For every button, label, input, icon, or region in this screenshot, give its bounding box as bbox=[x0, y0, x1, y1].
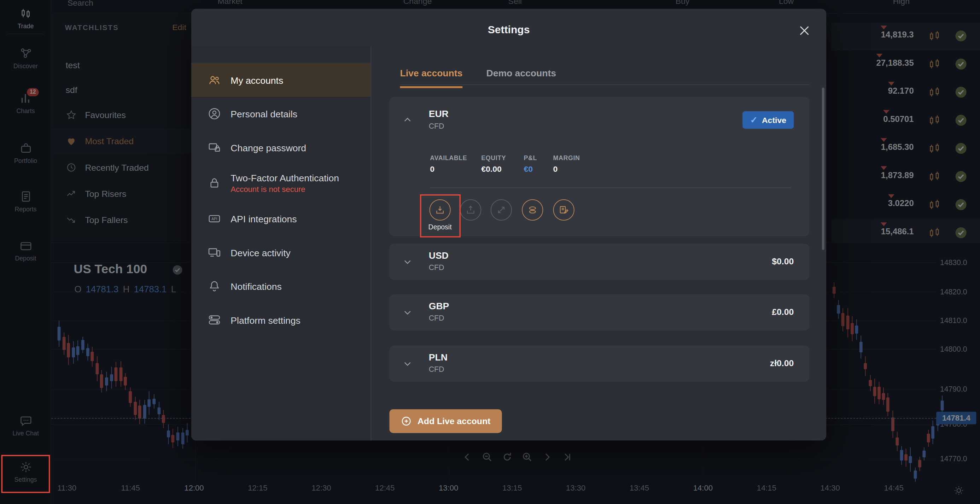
account-currency: PLN bbox=[429, 352, 447, 362]
menu-item-label: API integrations bbox=[231, 213, 297, 224]
expand-chevron-icon[interactable] bbox=[402, 256, 413, 267]
modal-title: Settings bbox=[191, 24, 826, 36]
menu-item-api-integrations[interactable]: API API integrations bbox=[191, 202, 371, 235]
devices-icon bbox=[207, 246, 221, 259]
statement-edit-icon bbox=[558, 204, 570, 216]
menu-item-label: Change password bbox=[231, 142, 306, 153]
active-status-badge[interactable]: ✓ Active bbox=[743, 111, 794, 129]
svg-text:API: API bbox=[212, 217, 217, 221]
switch-account-button[interactable] bbox=[522, 199, 543, 221]
deposit-button[interactable] bbox=[430, 199, 451, 221]
menu-item-warning: Account is not secure bbox=[231, 185, 339, 194]
expand-chevron-icon[interactable] bbox=[402, 307, 413, 318]
account-type: CFD bbox=[429, 365, 444, 374]
account-tabs: Live accounts Demo accounts bbox=[400, 67, 556, 88]
stat-pnl: P&L €0 bbox=[524, 154, 537, 174]
account-currency: EUR bbox=[429, 108, 449, 119]
account-balance: zł0.00 bbox=[770, 358, 794, 368]
expand-chevron-icon[interactable] bbox=[402, 358, 413, 369]
add-live-account-button[interactable]: Add Live account bbox=[389, 409, 502, 433]
api-icon: API bbox=[207, 212, 221, 226]
stat-margin: MARGIN 0 bbox=[553, 154, 580, 174]
account-card-gbp[interactable]: GBP CFD £0.00 bbox=[389, 294, 809, 331]
account-currency: USD bbox=[429, 250, 449, 261]
account-type: CFD bbox=[429, 263, 444, 272]
modal-menu-separator bbox=[371, 46, 371, 441]
menu-item-label: Personal details bbox=[231, 108, 298, 119]
tabs-divider bbox=[400, 84, 809, 85]
menu-item-label: Notifications bbox=[231, 281, 282, 292]
check-icon: ✓ bbox=[750, 115, 757, 125]
menu-item-my-accounts[interactable]: My accounts bbox=[191, 63, 371, 97]
plus-circle-icon bbox=[401, 416, 412, 427]
menu-item-label: Two-Factor Authentication bbox=[231, 172, 339, 183]
account-card-pln[interactable]: PLN CFD zł0.00 bbox=[389, 346, 809, 382]
account-currency: GBP bbox=[429, 300, 449, 311]
toggles-icon bbox=[207, 313, 221, 327]
person-circle-icon bbox=[207, 107, 221, 121]
account-type: CFD bbox=[429, 122, 444, 131]
withdraw-button[interactable] bbox=[460, 199, 481, 221]
app: Search Market Change Sell Buy Low High T… bbox=[0, 0, 980, 504]
withdraw-icon bbox=[465, 204, 476, 216]
account-card-eur: EUR CFD ✓ Active AVAILABLE 0 EQUITY €0.0… bbox=[389, 97, 809, 236]
collapse-chevron-icon[interactable] bbox=[402, 114, 413, 126]
people-icon bbox=[207, 73, 221, 87]
bell-icon bbox=[207, 279, 221, 293]
add-live-account-label: Add Live account bbox=[417, 416, 490, 426]
menu-item-device-activity[interactable]: Device activity bbox=[191, 235, 371, 269]
tab-live-accounts[interactable]: Live accounts bbox=[400, 67, 463, 88]
tab-demo-accounts[interactable]: Demo accounts bbox=[487, 67, 556, 88]
account-balance: £0.00 bbox=[772, 307, 794, 317]
menu-item-personal-details[interactable]: Personal details bbox=[191, 97, 371, 130]
menu-item-platform-settings[interactable]: Platform settings bbox=[191, 303, 371, 337]
settings-modal: Settings My accounts Personal details Ch… bbox=[191, 9, 826, 441]
menu-item-label: My accounts bbox=[231, 75, 283, 85]
stat-equity: EQUITY €0.00 bbox=[481, 154, 506, 174]
menu-item-label: Platform settings bbox=[231, 315, 301, 325]
menu-item-two-factor[interactable]: Two-Factor Authentication Account is not… bbox=[191, 164, 371, 202]
account-balance: $0.00 bbox=[772, 256, 794, 266]
card-divider bbox=[430, 187, 791, 188]
close-icon[interactable] bbox=[797, 24, 811, 37]
scrollbar-thumb[interactable] bbox=[822, 87, 824, 250]
deposit-button-label: Deposit bbox=[415, 223, 465, 231]
active-label: Active bbox=[762, 115, 786, 125]
transfer-icon bbox=[496, 204, 507, 216]
lock-icon bbox=[207, 176, 221, 190]
menu-item-change-password[interactable]: Change password bbox=[191, 130, 371, 164]
transfer-button[interactable] bbox=[491, 199, 512, 221]
account-type: CFD bbox=[429, 313, 444, 322]
stat-available: AVAILABLE 0 bbox=[430, 154, 467, 174]
statement-button[interactable] bbox=[553, 199, 574, 221]
account-card-usd[interactable]: USD CFD $0.00 bbox=[389, 243, 809, 280]
card-lock-icon bbox=[207, 141, 221, 154]
menu-item-label: Device activity bbox=[231, 247, 290, 258]
accounts-icon bbox=[527, 204, 538, 216]
deposit-icon bbox=[434, 204, 446, 216]
menu-item-notifications[interactable]: Notifications bbox=[191, 269, 371, 303]
